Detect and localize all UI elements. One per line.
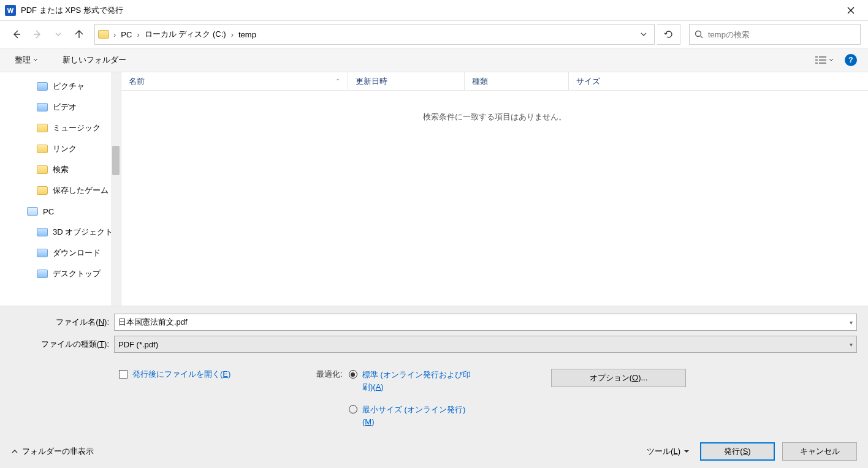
breadcrumb-dropdown[interactable]: [636, 29, 652, 40]
search-input[interactable]: [708, 30, 855, 39]
svg-point-0: [696, 31, 701, 37]
forward-button[interactable]: [28, 25, 47, 43]
tree-item-label: PC: [43, 207, 54, 216]
breadcrumb[interactable]: › PC › ローカル ディスク (C:) › temp: [94, 24, 655, 45]
chevron-down-icon: ▾: [850, 319, 853, 326]
tree-item[interactable]: 保存したゲーム: [0, 180, 121, 201]
publish-button[interactable]: 発行(S): [700, 442, 775, 461]
tree-item-label: 3D オブジェクト: [53, 227, 113, 238]
cancel-button-label: キャンセル: [800, 446, 840, 457]
help-button[interactable]: ?: [845, 54, 857, 66]
arrow-right-icon: [32, 29, 42, 39]
nav-bar: › PC › ローカル ディスク (C:) › temp: [0, 21, 868, 48]
svg-rect-2: [819, 56, 826, 58]
optimize-minimum-radio[interactable]: 最小サイズ (オンライン発行)(M): [349, 404, 471, 428]
tools-label: ツール(L): [647, 446, 680, 457]
toolbar: 整理 新しいフォルダー ?: [0, 48, 868, 72]
options-button[interactable]: オプション(O)...: [551, 369, 686, 387]
svg-rect-5: [815, 62, 818, 64]
breadcrumb-drive[interactable]: ローカル ディスク (C:): [141, 26, 230, 42]
chevron-down-icon: [829, 58, 834, 62]
tree-item[interactable]: PC: [0, 201, 121, 222]
refresh-icon: [664, 29, 674, 39]
folder-icon: [37, 124, 48, 132]
chevron-up-icon: [11, 448, 18, 455]
tree-item-label: ミュージック: [53, 123, 101, 134]
new-folder-label: 新しいフォルダー: [63, 55, 126, 66]
arrow-left-icon: [12, 29, 21, 39]
breadcrumb-folder[interactable]: temp: [235, 28, 260, 42]
scroll-thumb[interactable]: [112, 146, 120, 175]
tree-item[interactable]: ピクチャ: [0, 76, 121, 97]
column-size[interactable]: サイズ: [569, 72, 642, 90]
tree-item[interactable]: 検索: [0, 159, 121, 180]
search-icon: [695, 30, 703, 39]
folder-icon: [37, 103, 48, 111]
filetype-label: ファイルの種類(T):: [11, 339, 114, 350]
svg-rect-3: [815, 59, 818, 61]
chevron-down-icon: [641, 31, 647, 37]
hide-folders-label: フォルダーの非表示: [22, 446, 94, 457]
new-folder-button[interactable]: 新しいフォルダー: [59, 52, 130, 68]
publish-button-label: 発行(S): [724, 446, 750, 457]
tree-item-label: 検索: [53, 164, 69, 175]
up-button[interactable]: [70, 25, 88, 43]
tree-item[interactable]: ダウンロード: [0, 243, 121, 263]
optimize-standard-label: 標準 (オンライン発行および印刷)(A): [362, 369, 471, 393]
open-after-checkbox[interactable]: 発行後にファイルを開く(E): [119, 369, 230, 428]
close-button[interactable]: [839, 1, 863, 20]
tree-item[interactable]: ビデオ: [0, 97, 121, 118]
chevron-down-icon: [684, 449, 689, 454]
filename-input[interactable]: 日本国憲法前文.pdf ▾: [114, 314, 857, 331]
chevron-down-icon: [33, 58, 38, 62]
radio-checked-icon: [349, 370, 357, 379]
view-menu[interactable]: [812, 53, 837, 67]
chevron-right-icon: ›: [112, 30, 117, 39]
optimize-standard-radio[interactable]: 標準 (オンライン発行および印刷)(A): [349, 369, 471, 393]
folder-icon: [37, 186, 48, 195]
back-button[interactable]: [7, 25, 26, 43]
empty-message: 検索条件に一致する項目はありません。: [121, 91, 868, 306]
column-name-label: 名前: [129, 76, 145, 87]
checkbox-icon: [119, 370, 128, 379]
column-date[interactable]: 更新日時: [348, 72, 465, 90]
column-type[interactable]: 種類: [465, 72, 569, 90]
folder-icon: [37, 165, 48, 174]
radio-unchecked-icon: [349, 405, 357, 413]
close-icon: [847, 7, 855, 14]
hide-folders-toggle[interactable]: フォルダーの非表示: [11, 446, 94, 457]
refresh-button[interactable]: [657, 24, 680, 45]
tree-item-label: ビデオ: [53, 102, 77, 113]
column-name[interactable]: 名前 ⌃: [121, 72, 348, 90]
tree-item-label: デスクトップ: [53, 268, 101, 279]
arrow-up-icon: [74, 29, 84, 39]
svg-rect-6: [819, 62, 826, 64]
folder-icon: [27, 207, 38, 216]
cancel-button[interactable]: キャンセル: [782, 442, 857, 461]
open-after-label: 発行後にファイルを開く(E): [132, 369, 230, 380]
folder-icon: [97, 28, 110, 40]
tree-item[interactable]: デスクトップ: [0, 263, 121, 284]
recent-dropdown[interactable]: [49, 25, 67, 43]
breadcrumb-pc[interactable]: PC: [117, 28, 135, 42]
tree-item[interactable]: 3D オブジェクト: [0, 222, 121, 243]
filetype-select[interactable]: PDF (*.pdf) ▾: [114, 336, 857, 353]
optimize-label: 最適化:: [316, 369, 343, 428]
chevron-down-icon: ▾: [850, 341, 853, 348]
organize-label: 整理: [15, 55, 31, 66]
chevron-right-icon: ›: [135, 30, 140, 39]
word-app-icon: W: [5, 5, 16, 16]
options-button-label: オプション(O)...: [590, 372, 648, 383]
folder-icon: [37, 228, 48, 236]
organize-menu[interactable]: 整理: [11, 52, 42, 68]
sidebar-scrollbar[interactable]: [111, 72, 121, 306]
tools-menu[interactable]: ツール(L): [643, 443, 693, 459]
tree-item[interactable]: ミュージック: [0, 118, 121, 138]
tree-item[interactable]: リンク: [0, 138, 121, 159]
folder-icon: [37, 82, 48, 91]
svg-rect-1: [815, 56, 818, 58]
tree-item-label: ダウンロード: [53, 247, 101, 259]
search-box[interactable]: [689, 24, 861, 45]
sort-indicator-icon: ⌃: [335, 78, 340, 85]
window-title: PDF または XPS 形式で発行: [21, 5, 839, 16]
